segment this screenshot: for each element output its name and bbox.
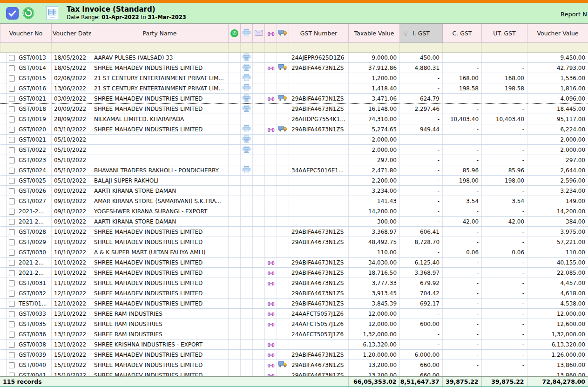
row-checkbox-cell[interactable] [7,350,17,360]
truck-icon[interactable] [278,95,287,101]
print-cell[interactable] [241,53,253,63]
col-header-truck[interactable] [277,24,289,43]
table-row[interactable]: GST/001502/06/202221 ST CENTURY ENTERTAI… [0,73,588,83]
table-row[interactable]: 2021-2...10/10/2022SHREE MAHADEV INDUSTR… [0,258,588,268]
row-checkbox-cell[interactable] [7,206,17,217]
table-row[interactable]: GST/002709/10/2022AMAR KIRANA STORE (SAM… [0,196,588,206]
broadcast-icon[interactable]: ((•)) [267,67,274,71]
row-checkbox[interactable] [9,157,15,163]
broadcast-cell[interactable]: ((•)) [265,258,277,268]
row-checkbox[interactable] [9,86,15,92]
row-checkbox-cell[interactable] [7,186,17,196]
broadcast-cell[interactable]: ((•)) [265,339,277,350]
table-row[interactable]: GST/002105/10/20222,000.00---2,000.00 [0,135,588,145]
print-cell[interactable] [241,124,253,135]
refresh-button[interactable] [22,7,34,19]
row-checkbox-cell[interactable] [7,247,17,258]
row-checkbox[interactable] [9,342,15,348]
table-row[interactable]: GST/002405/10/2022BHAVANI TRADERS RAKHOL… [0,165,588,176]
filter-cell-taxable-value[interactable] [349,43,400,53]
broadcast-cell[interactable]: ((•)) [265,319,277,329]
truck-icon[interactable] [278,125,287,132]
row-checkbox[interactable] [9,260,15,266]
print-cell[interactable] [241,73,253,83]
filter-cell-igst[interactable] [400,43,443,53]
select-check-button[interactable] [6,7,19,20]
col-header-voucher-value[interactable]: Voucher Value [527,24,588,43]
row-checkbox[interactable] [9,250,15,256]
row-checkbox-cell[interactable] [7,288,17,299]
row-checkbox-cell[interactable] [7,329,17,339]
table-row[interactable]: TEST/01...12/10/2022SHREE MAHADEV INDUST… [0,299,588,309]
row-checkbox-cell[interactable] [7,278,17,288]
row-checkbox-cell[interactable] [7,114,17,124]
col-header-whatsapp[interactable]: ✆ [229,24,241,43]
printer-icon[interactable] [243,125,250,132]
broadcast-icon[interactable]: ((•)) [267,272,274,276]
truck-cell[interactable] [277,63,289,73]
filter-cell-voucher-date[interactable] [52,43,91,53]
broadcast-icon[interactable]: ((•)) [267,312,274,317]
broadcast-icon[interactable]: ((•)) [267,261,274,265]
report-name-label[interactable]: Report N [561,11,587,18]
col-header-party-name[interactable]: Party Name [91,24,229,43]
table-row[interactable]: GST/002205/10/20222,000.00---2,000.00 [0,145,588,155]
row-checkbox[interactable] [9,321,15,327]
printer-icon[interactable] [243,84,250,91]
print-cell[interactable] [241,94,253,104]
table-row[interactable]: 2021-2...10/10/2022SHREE MAHADEV INDUSTR… [0,268,588,278]
row-checkbox-cell[interactable] [7,258,17,268]
row-checkbox[interactable] [9,168,15,174]
row-checkbox[interactable] [9,209,15,215]
print-cell[interactable] [241,104,253,114]
printer-icon[interactable] [243,146,250,153]
row-checkbox[interactable] [9,270,15,276]
table-row[interactable]: GST/004015/10/2022SHREE MAHADEV INDUSTRI… [0,360,588,370]
broadcast-cell[interactable]: ((•)) [265,63,277,73]
row-checkbox[interactable] [9,127,15,133]
table-row[interactable]: GST/003813/10/2022SHREE KRISHNA INDUSTRI… [0,339,588,350]
table-row[interactable]: GST/003111/10/2022SHREE MAHADEV INDUSTRI… [0,278,588,288]
print-cell[interactable] [241,165,253,176]
table-row[interactable]: GST/002505/10/2022BALAJI SUPER RAKHOLI2,… [0,176,588,186]
table-row[interactable]: 2021-2...09/10/2022YOGESHWER KIRANA SURA… [0,206,588,217]
row-checkbox[interactable] [9,291,15,297]
table-row[interactable]: GST/001820/09/2022SHREE MAHADEV INDUSTRI… [0,104,588,114]
broadcast-cell[interactable]: ((•)) [265,94,277,104]
table-row[interactable]: GST/002305/10/2022297.00---297.00 [0,155,588,165]
col-header-igst[interactable]: I. GST [400,24,443,43]
table-row[interactable]: GST/003513/10/2022SHREE RAM INDUSTRIES((… [0,319,588,329]
printer-icon[interactable] [243,64,250,71]
row-checkbox-cell[interactable] [7,370,17,377]
row-checkbox-cell[interactable] [7,217,17,227]
col-header-utgst[interactable]: UT. GST [482,24,527,43]
row-checkbox-cell[interactable] [7,176,17,186]
funnel-icon[interactable] [403,31,408,38]
broadcast-cell[interactable]: ((•)) [265,309,277,319]
table-row[interactable]: GST/002103/09/2022SHREE MAHADEV INDUSTRI… [0,94,588,104]
broadcast-icon[interactable]: ((•)) [267,97,274,102]
table-row[interactable]: GST/002810/10/2022SHREE MAHADEV INDUSTRI… [0,227,588,237]
row-checkbox[interactable] [9,239,15,245]
row-checkbox-cell[interactable] [7,360,17,370]
filter-cell-utgst[interactable] [482,43,527,53]
broadcast-icon[interactable]: ((•)) [267,374,274,377]
broadcast-cell[interactable]: ((•)) [265,350,277,360]
row-checkbox-cell[interactable] [7,227,17,237]
col-header-voucher-date[interactable]: Voucher Date [52,24,91,43]
printer-icon[interactable] [243,105,250,112]
table-row[interactable]: GST/003613/10/2022SHREE RAM INDUSTRIES24… [0,329,588,339]
row-checkbox-cell[interactable] [7,124,17,135]
row-checkbox-cell[interactable] [7,83,17,94]
col-header-voucher-no[interactable]: Voucher No [0,24,52,43]
print-cell[interactable] [241,63,253,73]
table-row[interactable]: GST/001928/09/2022NILKAMAL LIMITED. KHAR… [0,114,588,124]
table-row[interactable]: GST/003915/10/2022SHREE MAHADEV INDUSTRI… [0,350,588,360]
printer-icon[interactable] [243,74,250,81]
row-checkbox[interactable] [9,55,15,61]
row-checkbox-cell[interactable] [7,309,17,319]
row-checkbox[interactable] [9,137,15,143]
row-checkbox[interactable] [9,280,15,286]
row-checkbox-cell[interactable] [7,135,17,145]
broadcast-icon[interactable]: ((•)) [267,343,274,347]
